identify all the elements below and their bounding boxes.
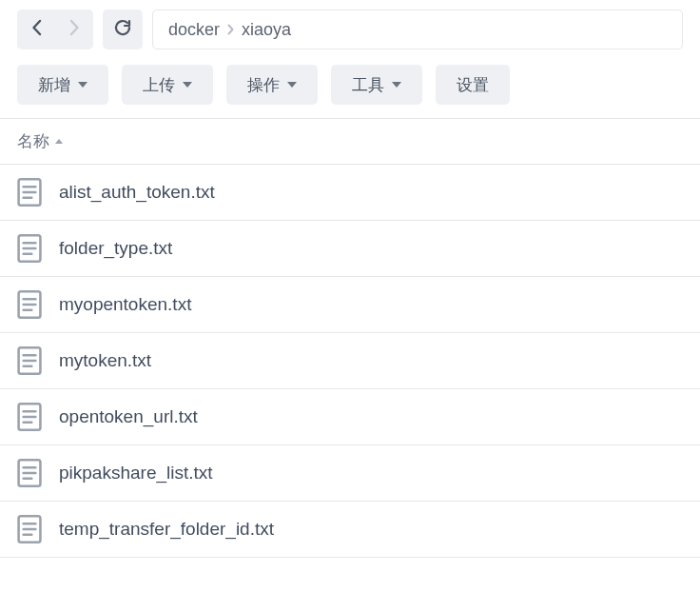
list-item[interactable]: pikpakshare_list.txt — [0, 445, 700, 502]
caret-down-icon — [287, 82, 297, 88]
file-text-icon — [17, 403, 42, 431]
button-label: 上传 — [143, 74, 175, 96]
file-text-icon — [17, 515, 42, 543]
refresh-icon — [113, 18, 132, 41]
file-name: alist_auth_token.txt — [59, 182, 215, 203]
file-name: temp_transfer_folder_id.txt — [59, 519, 274, 540]
list-item[interactable]: folder_type.txt — [0, 221, 700, 277]
file-name: opentoken_url.txt — [59, 406, 198, 427]
button-label: 新增 — [38, 74, 70, 96]
refresh-button[interactable] — [103, 10, 143, 49]
button-label: 操作 — [247, 74, 280, 96]
file-name: folder_type.txt — [59, 238, 172, 259]
breadcrumb[interactable]: docker xiaoya — [152, 10, 683, 49]
toolbar: 新增 上传 操作 工具 设置 — [0, 59, 700, 118]
back-button[interactable] — [17, 10, 55, 49]
table-header: 名称 — [0, 118, 700, 165]
forward-button[interactable] — [55, 10, 93, 49]
new-button[interactable]: 新增 — [17, 65, 108, 105]
tools-button[interactable]: 工具 — [331, 65, 422, 105]
file-text-icon — [17, 346, 42, 375]
file-text-icon — [17, 459, 42, 487]
button-label: 工具 — [352, 74, 384, 96]
breadcrumb-item[interactable]: xiaoya — [242, 20, 291, 40]
chevron-right-icon — [69, 19, 80, 40]
button-label: 设置 — [457, 74, 489, 96]
list-item[interactable]: opentoken_url.txt — [0, 389, 700, 445]
chevron-right-icon — [227, 20, 234, 40]
chevron-left-icon — [31, 19, 42, 40]
column-header-name[interactable]: 名称 — [17, 130, 63, 152]
list-item[interactable]: temp_transfer_folder_id.txt — [0, 502, 700, 558]
caret-down-icon — [392, 82, 401, 88]
file-list: alist_auth_token.txtfolder_type.txtmyope… — [0, 165, 700, 558]
breadcrumb-item[interactable]: docker — [168, 20, 220, 40]
settings-button[interactable]: 设置 — [436, 65, 510, 105]
file-name: mytoken.txt — [59, 350, 151, 371]
navigation-bar: docker xiaoya — [0, 0, 700, 59]
action-button[interactable]: 操作 — [226, 65, 318, 105]
nav-history-group — [17, 10, 93, 49]
list-item[interactable]: alist_auth_token.txt — [0, 165, 700, 221]
file-text-icon — [17, 290, 42, 319]
caret-down-icon — [183, 82, 192, 88]
caret-down-icon — [78, 82, 88, 88]
upload-button[interactable]: 上传 — [122, 65, 213, 105]
column-label: 名称 — [17, 130, 49, 152]
file-text-icon — [17, 178, 42, 207]
list-item[interactable]: myopentoken.txt — [0, 277, 700, 333]
file-name: pikpakshare_list.txt — [59, 463, 213, 483]
sort-ascending-icon — [55, 139, 63, 144]
list-item[interactable]: mytoken.txt — [0, 333, 700, 389]
file-text-icon — [17, 234, 42, 263]
file-name: myopentoken.txt — [59, 294, 191, 315]
